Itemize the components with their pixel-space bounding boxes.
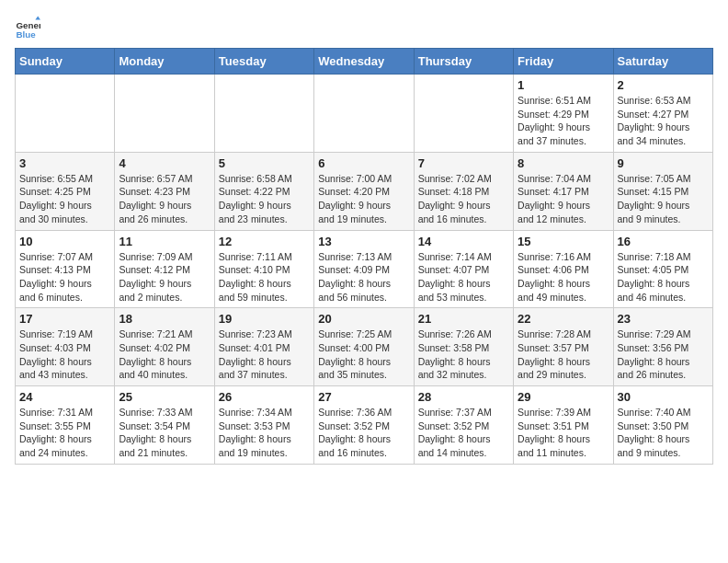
- day-number: 4: [119, 156, 210, 170]
- calendar-cell: 17Sunrise: 7:19 AM Sunset: 4:03 PM Dayli…: [16, 308, 115, 386]
- calendar-cell: [414, 75, 513, 153]
- day-info: Sunrise: 7:33 AM Sunset: 3:54 PM Dayligh…: [119, 406, 210, 460]
- day-number: 7: [418, 156, 509, 170]
- day-number: 13: [318, 235, 409, 248]
- calendar-cell: 28Sunrise: 7:37 AM Sunset: 3:52 PM Dayli…: [414, 386, 513, 465]
- calendar-cell: 3Sunrise: 6:55 AM Sunset: 4:25 PM Daylig…: [16, 152, 115, 230]
- day-number: 27: [318, 390, 409, 404]
- day-info: Sunrise: 7:04 AM Sunset: 4:17 PM Dayligh…: [518, 172, 609, 226]
- day-info: Sunrise: 6:55 AM Sunset: 4:25 PM Dayligh…: [19, 172, 110, 226]
- calendar-body: 1Sunrise: 6:51 AM Sunset: 4:29 PM Daylig…: [16, 75, 713, 465]
- day-number: 23: [618, 312, 709, 326]
- day-number: 18: [119, 312, 210, 326]
- calendar-cell: 6Sunrise: 7:00 AM Sunset: 4:20 PM Daylig…: [314, 152, 414, 230]
- calendar-cell: 9Sunrise: 7:05 AM Sunset: 4:15 PM Daylig…: [613, 152, 712, 230]
- calendar-cell: 15Sunrise: 7:16 AM Sunset: 4:06 PM Dayli…: [514, 230, 613, 308]
- calendar-cell: 12Sunrise: 7:11 AM Sunset: 4:10 PM Dayli…: [214, 230, 313, 308]
- weekday-header-row: SundayMondayTuesdayWednesdayThursdayFrid…: [16, 49, 713, 75]
- day-info: Sunrise: 7:36 AM Sunset: 3:52 PM Dayligh…: [318, 406, 409, 460]
- day-number: 26: [219, 390, 310, 404]
- calendar-cell: 19Sunrise: 7:23 AM Sunset: 4:01 PM Dayli…: [214, 308, 313, 386]
- day-info: Sunrise: 7:11 AM Sunset: 4:10 PM Dayligh…: [219, 250, 310, 304]
- svg-marker-2: [35, 16, 40, 19]
- weekday-header-saturday: Saturday: [613, 49, 712, 75]
- day-number: 14: [418, 235, 509, 248]
- day-info: Sunrise: 7:13 AM Sunset: 4:09 PM Dayligh…: [318, 250, 409, 304]
- weekday-header-monday: Monday: [115, 49, 214, 75]
- calendar-cell: [214, 75, 313, 153]
- calendar-cell: 4Sunrise: 6:57 AM Sunset: 4:23 PM Daylig…: [115, 152, 214, 230]
- calendar-cell: 1Sunrise: 6:51 AM Sunset: 4:29 PM Daylig…: [514, 75, 613, 153]
- week-row-1: 1Sunrise: 6:51 AM Sunset: 4:29 PM Daylig…: [16, 75, 713, 153]
- weekday-header-wednesday: Wednesday: [314, 49, 414, 75]
- day-number: 20: [318, 312, 409, 326]
- day-info: Sunrise: 7:31 AM Sunset: 3:55 PM Dayligh…: [19, 406, 110, 460]
- day-info: Sunrise: 7:39 AM Sunset: 3:51 PM Dayligh…: [518, 406, 609, 460]
- day-number: 2: [618, 78, 709, 92]
- day-info: Sunrise: 7:02 AM Sunset: 4:18 PM Dayligh…: [418, 172, 509, 226]
- day-number: 6: [318, 156, 409, 170]
- calendar-cell: 14Sunrise: 7:14 AM Sunset: 4:07 PM Dayli…: [414, 230, 513, 308]
- day-number: 19: [219, 312, 310, 326]
- day-number: 5: [219, 156, 310, 170]
- calendar-cell: 5Sunrise: 6:58 AM Sunset: 4:22 PM Daylig…: [214, 152, 313, 230]
- day-info: Sunrise: 7:28 AM Sunset: 3:57 PM Dayligh…: [518, 327, 609, 382]
- calendar-cell: 10Sunrise: 7:07 AM Sunset: 4:13 PM Dayli…: [16, 230, 115, 308]
- day-info: Sunrise: 6:53 AM Sunset: 4:27 PM Dayligh…: [618, 94, 709, 148]
- calendar-cell: 21Sunrise: 7:26 AM Sunset: 3:58 PM Dayli…: [414, 308, 513, 386]
- week-row-5: 24Sunrise: 7:31 AM Sunset: 3:55 PM Dayli…: [16, 386, 713, 465]
- weekday-header-sunday: Sunday: [16, 49, 115, 75]
- calendar-cell: 25Sunrise: 7:33 AM Sunset: 3:54 PM Dayli…: [115, 386, 214, 465]
- header-area: General Blue: [15, 15, 713, 40]
- week-row-4: 17Sunrise: 7:19 AM Sunset: 4:03 PM Dayli…: [16, 308, 713, 386]
- day-info: Sunrise: 7:29 AM Sunset: 3:56 PM Dayligh…: [618, 327, 709, 382]
- day-number: 10: [19, 235, 110, 248]
- logo: General Blue: [15, 15, 44, 40]
- day-number: 29: [518, 390, 609, 404]
- calendar-cell: 24Sunrise: 7:31 AM Sunset: 3:55 PM Dayli…: [16, 386, 115, 465]
- day-info: Sunrise: 7:19 AM Sunset: 4:03 PM Dayligh…: [19, 327, 110, 382]
- day-number: 9: [618, 156, 709, 170]
- day-info: Sunrise: 7:40 AM Sunset: 3:50 PM Dayligh…: [618, 406, 709, 460]
- day-number: 12: [219, 235, 310, 248]
- day-info: Sunrise: 6:57 AM Sunset: 4:23 PM Dayligh…: [119, 172, 210, 226]
- calendar-cell: 23Sunrise: 7:29 AM Sunset: 3:56 PM Dayli…: [613, 308, 712, 386]
- calendar-cell: 20Sunrise: 7:25 AM Sunset: 4:00 PM Dayli…: [314, 308, 414, 386]
- calendar-table: SundayMondayTuesdayWednesdayThursdayFrid…: [15, 48, 713, 465]
- logo-icon: General Blue: [15, 15, 40, 40]
- calendar-cell: 26Sunrise: 7:34 AM Sunset: 3:53 PM Dayli…: [214, 386, 313, 465]
- weekday-header-tuesday: Tuesday: [214, 49, 313, 75]
- calendar-cell: 18Sunrise: 7:21 AM Sunset: 4:02 PM Dayli…: [115, 308, 214, 386]
- day-info: Sunrise: 7:14 AM Sunset: 4:07 PM Dayligh…: [418, 250, 509, 304]
- calendar-cell: 2Sunrise: 6:53 AM Sunset: 4:27 PM Daylig…: [613, 75, 712, 153]
- calendar-cell: 29Sunrise: 7:39 AM Sunset: 3:51 PM Dayli…: [514, 386, 613, 465]
- day-number: 30: [618, 390, 709, 404]
- calendar-cell: 30Sunrise: 7:40 AM Sunset: 3:50 PM Dayli…: [613, 386, 712, 465]
- day-info: Sunrise: 6:58 AM Sunset: 4:22 PM Dayligh…: [219, 172, 310, 226]
- day-number: 25: [119, 390, 210, 404]
- weekday-header-thursday: Thursday: [414, 49, 513, 75]
- day-number: 1: [518, 78, 609, 92]
- calendar-cell: 27Sunrise: 7:36 AM Sunset: 3:52 PM Dayli…: [314, 386, 414, 465]
- day-number: 11: [119, 235, 210, 248]
- calendar-cell: [16, 75, 115, 153]
- day-info: Sunrise: 7:09 AM Sunset: 4:12 PM Dayligh…: [119, 250, 210, 304]
- day-number: 21: [418, 312, 509, 326]
- day-info: Sunrise: 7:00 AM Sunset: 4:20 PM Dayligh…: [318, 172, 409, 226]
- calendar-cell: 7Sunrise: 7:02 AM Sunset: 4:18 PM Daylig…: [414, 152, 513, 230]
- day-info: Sunrise: 7:07 AM Sunset: 4:13 PM Dayligh…: [19, 250, 110, 304]
- calendar-cell: [115, 75, 214, 153]
- day-info: Sunrise: 7:16 AM Sunset: 4:06 PM Dayligh…: [518, 250, 609, 304]
- day-info: Sunrise: 7:37 AM Sunset: 3:52 PM Dayligh…: [418, 406, 509, 460]
- day-info: Sunrise: 7:34 AM Sunset: 3:53 PM Dayligh…: [219, 406, 310, 460]
- calendar-cell: 16Sunrise: 7:18 AM Sunset: 4:05 PM Dayli…: [613, 230, 712, 308]
- day-info: Sunrise: 7:25 AM Sunset: 4:00 PM Dayligh…: [318, 327, 409, 382]
- day-info: Sunrise: 7:23 AM Sunset: 4:01 PM Dayligh…: [219, 327, 310, 382]
- day-number: 15: [518, 235, 609, 248]
- day-number: 28: [418, 390, 509, 404]
- calendar-cell: 8Sunrise: 7:04 AM Sunset: 4:17 PM Daylig…: [514, 152, 613, 230]
- week-row-2: 3Sunrise: 6:55 AM Sunset: 4:25 PM Daylig…: [16, 152, 713, 230]
- day-number: 8: [518, 156, 609, 170]
- calendar-header: SundayMondayTuesdayWednesdayThursdayFrid…: [16, 49, 713, 75]
- calendar-cell: [314, 75, 414, 153]
